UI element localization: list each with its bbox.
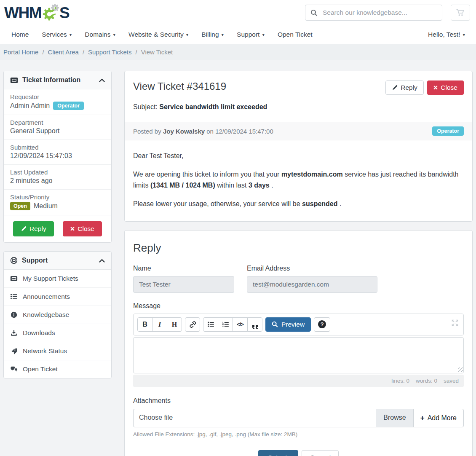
sidebar-item-network-status[interactable]: Network Status — [4, 342, 111, 360]
logo-text-whm: WHM — [4, 5, 41, 21]
open-status-badge: Open — [10, 202, 30, 210]
allowed-extensions-hint: Allowed File Extensions: .jpg, .gif, .jp… — [133, 431, 464, 437]
requestor-row: Requestor Admin AdminOperator — [4, 89, 111, 115]
list-icon — [10, 294, 18, 300]
breadcrumb-client-area[interactable]: Client Area — [48, 48, 79, 56]
chevron-up-icon[interactable] — [99, 259, 105, 263]
priority-value: Medium — [34, 202, 58, 210]
whmcs-logo[interactable]: WHM — [4, 4, 69, 21]
ticket-icon — [10, 77, 18, 83]
resize-handle[interactable] — [458, 367, 463, 372]
browse-button[interactable]: Browse — [376, 409, 413, 427]
heading-button[interactable]: H — [167, 317, 182, 332]
sidebar: Ticket Information Requestor Admin Admin… — [3, 71, 112, 378]
italic-button[interactable]: I — [152, 317, 167, 332]
requestor-value: Admin Admin — [10, 102, 50, 110]
support-panel: Support My Support Tickets Announcements… — [3, 251, 112, 378]
ticket-close-button[interactable]: × Close — [427, 80, 464, 95]
unordered-list-button[interactable] — [203, 317, 218, 332]
sidebar-item-open-ticket[interactable]: Open Ticket — [4, 360, 111, 378]
message-label: Message — [133, 302, 464, 310]
main-nav: Home Services▾ Domains▾ Website & Securi… — [0, 25, 476, 44]
department-value: General Support — [10, 127, 105, 135]
chevron-down-icon: ▾ — [262, 32, 265, 38]
ticket-reply-button[interactable]: Reply — [385, 80, 424, 95]
name-label: Name — [133, 265, 234, 272]
logo-text-s: S — [59, 5, 69, 21]
knowledgebase-search[interactable] — [305, 5, 442, 21]
editor-status-bar: lines: 0 words: 0 saved — [133, 375, 464, 387]
cart-button[interactable] — [451, 5, 470, 21]
bold-button[interactable]: B — [137, 317, 152, 332]
support-panel-header[interactable]: Support — [4, 252, 111, 270]
preview-button[interactable]: Preview — [265, 317, 311, 332]
sidebar-close-button[interactable]: × Close — [63, 221, 102, 236]
code-button[interactable]: </> — [233, 317, 248, 332]
name-field — [133, 276, 234, 293]
sidebar-reply-button[interactable]: Reply — [13, 221, 54, 236]
requestor-label: Requestor — [10, 93, 105, 100]
submit-button[interactable]: Submit — [258, 450, 299, 456]
add-more-button[interactable]: + Add More — [413, 409, 464, 427]
nav-item-open-ticket[interactable]: Open Ticket — [278, 31, 313, 38]
email-label: Email Address — [247, 265, 377, 272]
breadcrumb-portal-home[interactable]: Portal Home — [3, 48, 38, 56]
operator-badge: Operator — [53, 102, 84, 110]
comments-icon — [10, 366, 18, 372]
lines-count: lines: 0 — [391, 378, 409, 384]
operator-badge: Operator — [432, 126, 464, 136]
name-field-group: Name — [133, 265, 234, 293]
chevron-down-icon: ▾ — [463, 32, 465, 38]
words-count: words: 0 — [416, 378, 437, 384]
nav-item-website-security[interactable]: Website & Security▾ — [128, 31, 188, 38]
nav-item-services[interactable]: Services▾ — [42, 31, 72, 38]
submitted-label: Submitted — [10, 144, 105, 151]
fullscreen-icon[interactable] — [452, 319, 458, 326]
account-menu[interactable]: Hello, Test!▾ — [428, 31, 465, 38]
ticket-information-panel: Ticket Information Requestor Admin Admin… — [3, 71, 112, 243]
search-input[interactable] — [323, 9, 437, 16]
rocket-icon — [10, 348, 18, 354]
post-author: Joy Kowalsky — [163, 128, 205, 135]
sidebar-item-my-support-tickets[interactable]: My Support Tickets — [4, 270, 111, 288]
info-circle-icon — [10, 311, 18, 318]
header-right — [305, 5, 470, 21]
email-field-group: Email Address — [247, 265, 377, 293]
attachments-label: Attachments — [133, 397, 464, 405]
post-meta: Posted by Joy Kowalsky on 12/09/2024 15:… — [133, 128, 273, 135]
post-date: 12/09/2024 15:47:00 — [215, 128, 273, 135]
quote-button[interactable] — [247, 317, 262, 332]
last-updated-row: Last Updated 2 minutes ago — [4, 165, 111, 190]
search-icon — [272, 321, 278, 327]
nav-item-home[interactable]: Home — [11, 31, 29, 38]
saved-status: saved — [444, 378, 459, 384]
post-paragraph: Please lower your usage, otherwise, your… — [133, 198, 464, 209]
submitted-row: Submitted 12/09/2024 15:47:03 — [4, 140, 111, 165]
ticket-information-header[interactable]: Ticket Information — [4, 71, 111, 89]
status-priority-row: Status/Priority OpenMedium — [4, 190, 111, 215]
nav-item-support[interactable]: Support▾ — [237, 31, 265, 38]
pencil-icon — [21, 226, 27, 232]
choose-file-input[interactable]: Choose file — [133, 409, 376, 427]
ordered-list-button[interactable] — [218, 317, 233, 332]
unordered-list-icon — [208, 322, 214, 327]
reply-form-card: Reply Name Email Address Message B I H — [124, 230, 473, 456]
nav-item-billing[interactable]: Billing▾ — [201, 31, 224, 38]
markdown-help-button[interactable]: ? — [314, 317, 330, 332]
post-header: Posted by Joy Kowalsky on 12/09/2024 15:… — [125, 122, 472, 140]
link-button[interactable] — [185, 317, 200, 332]
chevron-up-icon[interactable] — [99, 78, 105, 82]
breadcrumb-support-tickets[interactable]: Support Tickets — [88, 48, 131, 56]
nav-item-domains[interactable]: Domains▾ — [85, 31, 115, 38]
sidebar-item-announcements[interactable]: Announcements — [4, 288, 111, 306]
submitted-value: 12/09/2024 15:47:03 — [10, 152, 105, 160]
search-icon — [310, 9, 318, 16]
cancel-button[interactable]: Cancel — [302, 450, 339, 456]
message-textarea[interactable] — [133, 337, 464, 373]
cart-icon — [456, 8, 465, 17]
breadcrumb-current: View Ticket — [141, 48, 173, 56]
ticket-subject: Subject: Service bandwidth limit exceede… — [125, 95, 472, 122]
sidebar-item-knowledgebase[interactable]: Knowledgebase — [4, 306, 111, 324]
sidebar-item-downloads[interactable]: Downloads — [4, 324, 111, 342]
panel-title: Support — [22, 257, 95, 264]
